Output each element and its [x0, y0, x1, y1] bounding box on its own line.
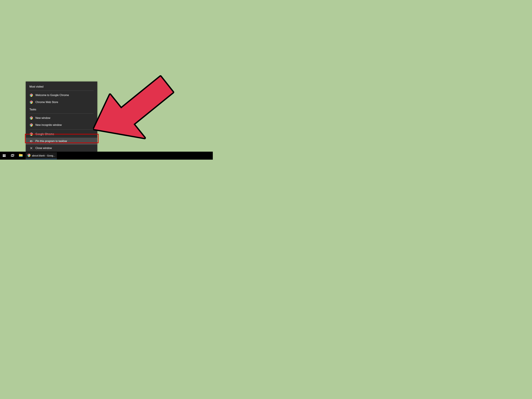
close-icon: [29, 146, 33, 150]
taskbar: about:blank - Goog...: [0, 152, 213, 160]
chrome-icon: [27, 154, 31, 157]
svg-rect-30: [19, 156, 23, 157]
jumplist-item-new-incognito[interactable]: New incognito window: [26, 122, 97, 129]
jumplist-item-new-window[interactable]: New window: [26, 115, 97, 122]
jumplist-item-google-chrome[interactable]: Google Chrome: [26, 131, 97, 138]
svg-point-34: [29, 155, 29, 156]
jumplist-item-close-window[interactable]: Close window: [26, 145, 97, 152]
chrome-icon: [29, 93, 33, 97]
jumplist-heading-tasks: Tasks: [26, 106, 97, 112]
chrome-icon: [29, 132, 33, 136]
jumplist-separator: [29, 91, 94, 91]
taskbar-jumplist: Most visited Welcome to Google Chrome: [26, 82, 97, 152]
svg-rect-22: [3, 155, 4, 156]
jumplist-heading-most-visited: Most visited: [26, 83, 97, 90]
file-explorer-icon: [19, 153, 23, 158]
svg-rect-27: [12, 154, 14, 156]
start-button[interactable]: [0, 152, 8, 160]
taskbar-app-label: about:blank - Goog...: [32, 154, 55, 157]
svg-rect-26: [11, 155, 13, 157]
chrome-icon: [29, 100, 33, 104]
pin-icon: [29, 139, 33, 143]
chrome-icon: [29, 116, 33, 120]
jumplist-item-label: Close window: [35, 147, 52, 150]
jumplist-item-pin-to-taskbar[interactable]: Pin this program to taskbar: [26, 138, 97, 145]
chrome-icon: [29, 123, 33, 127]
svg-rect-23: [4, 155, 6, 156]
taskbar-app-chrome[interactable]: about:blank - Goog...: [25, 152, 57, 159]
jumplist-item-label: Chrome Web Store: [35, 101, 58, 104]
file-explorer-button[interactable]: [17, 152, 25, 160]
jumplist-item-label: New window: [35, 117, 50, 119]
svg-rect-25: [4, 156, 6, 157]
jumplist-item-welcome-chrome[interactable]: Welcome to Google Chrome: [26, 92, 97, 99]
jumplist-item-chrome-web-store[interactable]: Chrome Web Store: [26, 99, 97, 106]
windows-logo-icon: [2, 154, 6, 157]
svg-point-15: [31, 125, 32, 125]
svg-point-11: [31, 118, 32, 118]
task-view-button[interactable]: [8, 152, 17, 160]
annotation-arrow-icon: [93, 55, 186, 143]
jumplist-item-label: Welcome to Google Chrome: [35, 94, 69, 97]
svg-point-19: [31, 134, 32, 135]
jumplist-separator: [29, 130, 94, 130]
jumplist-item-label: Pin this program to taskbar: [35, 140, 67, 143]
svg-point-7: [31, 102, 32, 103]
jumplist-item-label: New incognito window: [35, 124, 62, 126]
jumplist-item-label: Google Chrome: [35, 133, 54, 136]
svg-rect-24: [3, 156, 4, 157]
task-view-icon: [11, 154, 14, 157]
svg-point-3: [31, 95, 32, 96]
svg-rect-29: [19, 154, 21, 155]
